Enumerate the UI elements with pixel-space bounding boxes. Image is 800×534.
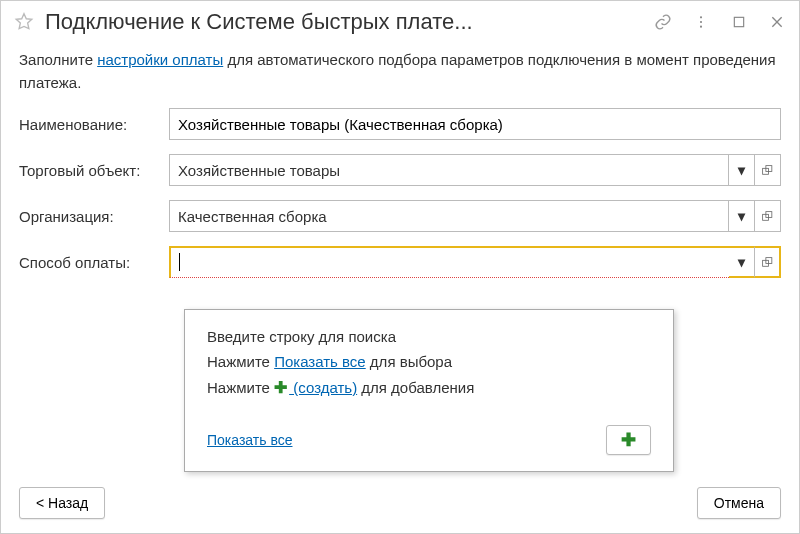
dropdown-search-hint: Введите строку для поиска [207, 328, 651, 345]
svg-point-0 [700, 16, 702, 18]
dd-create-prefix: Нажмите [207, 379, 274, 396]
label-payment-method: Способ оплаты: [19, 254, 169, 271]
field-trade-object-wrap: Хозяйственные товары ▾ [169, 154, 781, 186]
back-button-label: < Назад [36, 495, 88, 511]
titlebar: Подключение к Системе быстрых плате... [1, 1, 799, 41]
dropdown-create-line: Нажмите ✚ (создать) для добавления [207, 378, 651, 397]
organization-open-button[interactable] [755, 200, 781, 232]
link-icon[interactable] [653, 12, 673, 32]
cancel-button[interactable]: Отмена [697, 487, 781, 519]
dialog-window: Подключение к Системе быстрых плате... З… [0, 0, 800, 534]
field-payment-method-wrap: ▾ [169, 246, 781, 278]
plus-icon: ✚ [274, 379, 287, 396]
label-trade-object: Торговый объект: [19, 162, 169, 179]
text-cursor [179, 253, 180, 271]
window-title: Подключение к Системе быстрых плате... [45, 9, 643, 35]
payment-method-dropdown-button[interactable]: ▾ [729, 246, 755, 278]
row-trade-object: Торговый объект: Хозяйственные товары ▾ [19, 154, 781, 186]
cancel-button-label: Отмена [714, 495, 764, 511]
bottom-bar: < Назад Отмена [19, 487, 781, 519]
trade-object-open-button[interactable] [755, 154, 781, 186]
chevron-down-icon: ▾ [738, 163, 745, 177]
label-organization: Организация: [19, 208, 169, 225]
info-part1: Заполните [19, 51, 97, 68]
organization-dropdown-button[interactable]: ▾ [729, 200, 755, 232]
svg-rect-3 [734, 17, 743, 26]
svg-point-1 [700, 21, 702, 23]
dd-showall-suffix: для выбора [366, 353, 452, 370]
dropdown-create-link[interactable]: (создать) [289, 379, 357, 396]
organization-value: Качественная сборка [178, 208, 327, 225]
back-button[interactable]: < Назад [19, 487, 105, 519]
open-ref-icon [761, 256, 774, 269]
close-icon[interactable] [767, 12, 787, 32]
label-name: Наименование: [19, 116, 169, 133]
settings-link[interactable]: настройки оплаты [97, 51, 223, 68]
dropdown-popup: Введите строку для поиска Нажмите Показа… [184, 309, 674, 472]
form-area: Наименование: Торговый объект: Хозяйстве… [1, 108, 799, 292]
dd-create-suffix: для добавления [357, 379, 474, 396]
open-ref-icon [761, 210, 774, 223]
name-input[interactable] [169, 108, 781, 140]
plus-icon: ✚ [621, 429, 636, 451]
dropdown-show-all-link[interactable]: Показать все [274, 353, 366, 370]
field-organization-wrap: Качественная сборка ▾ [169, 200, 781, 232]
organization-input[interactable]: Качественная сборка [169, 200, 729, 232]
maximize-icon[interactable] [729, 12, 749, 32]
favorite-star-icon[interactable] [13, 11, 35, 33]
field-name-wrap [169, 108, 781, 140]
info-text: Заполните настройки оплаты для автоматич… [1, 41, 799, 108]
row-payment-method: Способ оплаты: ▾ [19, 246, 781, 278]
svg-point-2 [700, 26, 702, 28]
open-ref-icon [761, 164, 774, 177]
dropdown-footer-show-all[interactable]: Показать все [207, 432, 292, 448]
dropdown-footer: Показать все ✚ [207, 425, 651, 455]
dropdown-showall-line: Нажмите Показать все для выбора [207, 353, 651, 370]
trade-object-value: Хозяйственные товары [178, 162, 340, 179]
chevron-down-icon: ▾ [738, 255, 745, 269]
payment-method-input[interactable] [169, 246, 729, 278]
payment-method-open-button[interactable] [755, 246, 781, 278]
chevron-down-icon: ▾ [738, 209, 745, 223]
kebab-menu-icon[interactable] [691, 12, 711, 32]
trade-object-dropdown-button[interactable]: ▾ [729, 154, 755, 186]
trade-object-input[interactable]: Хозяйственные товары [169, 154, 729, 186]
title-controls [653, 12, 787, 32]
dd-showall-prefix: Нажмите [207, 353, 274, 370]
dropdown-create-button[interactable]: ✚ [606, 425, 651, 455]
row-organization: Организация: Качественная сборка ▾ [19, 200, 781, 232]
row-name: Наименование: [19, 108, 781, 140]
